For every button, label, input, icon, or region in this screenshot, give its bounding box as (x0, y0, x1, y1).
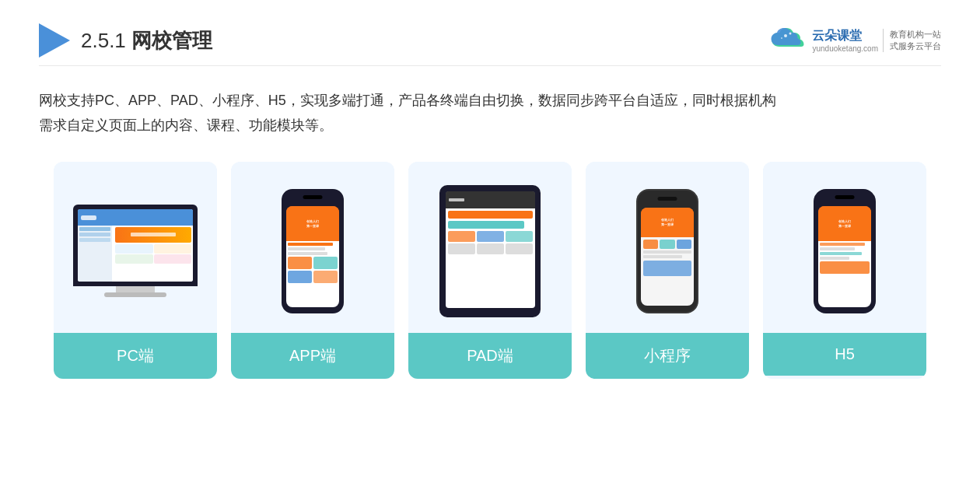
card-pad-image (408, 162, 572, 333)
phone-header-band-app: 创造人们第一堂课 (286, 206, 339, 242)
tablet-screen-content (446, 191, 535, 308)
brand-text: 云朵课堂 yunduoketang.com (812, 28, 878, 53)
header-left: 2.5.1 网校管理 (39, 23, 212, 58)
device-phone-app: 创造人们第一堂课 (282, 189, 344, 313)
brand-logo: 云朵课堂 yunduoketang.com 教育机构一站 式服务云平台 (770, 25, 941, 56)
brand-cloud-icon (770, 25, 807, 56)
brand-tagline: 教育机构一站 式服务云平台 (883, 29, 941, 53)
device-phone-mini: 创造人们第一堂课 (636, 189, 698, 313)
card-h5-image: 创造人们第一堂课 (763, 162, 926, 333)
device-pc (73, 205, 198, 297)
svg-point-2 (789, 33, 792, 35)
card-h5-label: H5 (763, 333, 926, 376)
phone-notch-h5 (835, 195, 855, 199)
page-container: 2.5.1 网校管理 云朵课堂 (0, 0, 980, 490)
pc-base (104, 292, 166, 297)
device-tablet (439, 185, 541, 317)
card-pad-label: PAD端 (408, 333, 572, 379)
card-miniprogram-label: 小程序 (586, 333, 749, 379)
card-app: 创造人们第一堂课 (231, 162, 394, 379)
pc-stand (116, 286, 155, 292)
card-miniprogram-image: 创造人们第一堂课 (586, 162, 749, 333)
pc-screen (78, 209, 193, 282)
phone-body-mini (641, 237, 694, 278)
phone-body-app (286, 241, 339, 285)
svg-marker-0 (39, 23, 70, 58)
card-app-label: APP端 (231, 333, 394, 379)
tablet-screen (446, 191, 535, 308)
card-h5: 创造人们第一堂课 H5 (763, 162, 926, 379)
card-pc-image (54, 162, 217, 333)
svg-point-1 (784, 34, 787, 37)
phone-screen-mini: 创造人们第一堂课 (641, 208, 694, 306)
header: 2.5.1 网校管理 云朵课堂 (39, 23, 941, 66)
phone-notch-app (303, 195, 323, 199)
phone-header-band-mini: 创造人们第一堂课 (641, 208, 694, 237)
description: 网校支持PC、APP、PAD、小程序、H5，实现多端打通，产品各终端自由切换，数… (39, 88, 941, 138)
page-title: 2.5.1 网校管理 (81, 27, 212, 54)
pc-screen-content (78, 209, 193, 282)
phone-notch-mini (658, 197, 677, 201)
card-pad: PAD端 (408, 162, 572, 379)
phone-screen-app: 创造人们第一堂课 (286, 206, 339, 307)
phone-header-band-h5: 创造人们第一堂课 (818, 206, 871, 242)
svg-point-3 (781, 37, 782, 39)
card-app-image: 创造人们第一堂课 (231, 162, 394, 333)
header-right: 云朵课堂 yunduoketang.com 教育机构一站 式服务云平台 (770, 25, 941, 56)
card-pc-label: PC端 (54, 333, 217, 379)
logo-icon (39, 23, 70, 58)
cards-container: PC端 创造人们第一堂课 (39, 162, 941, 379)
phone-body-h5 (818, 241, 871, 275)
pc-monitor (73, 205, 198, 286)
card-pc: PC端 (54, 162, 217, 379)
card-miniprogram: 创造人们第一堂课 (586, 162, 749, 379)
phone-screen-h5: 创造人们第一堂课 (818, 206, 871, 307)
device-phone-h5: 创造人们第一堂课 (814, 189, 876, 313)
